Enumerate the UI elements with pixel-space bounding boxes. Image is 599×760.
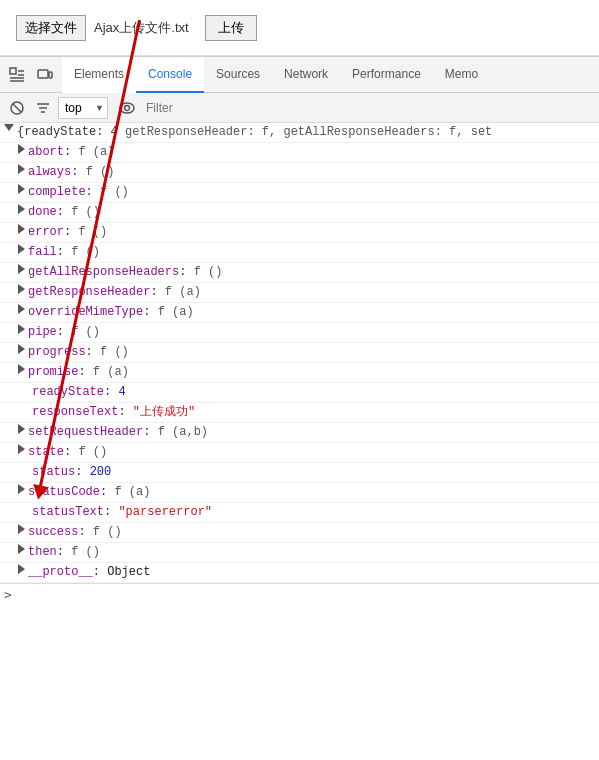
console-text: readyState: 4 [32,384,126,401]
list-item[interactable]: complete: f () [0,183,599,203]
console-text: pipe: f () [28,324,100,341]
svg-rect-5 [38,70,48,78]
expand-icon[interactable] [18,364,25,374]
console-text: progress: f () [28,344,129,361]
console-text: state: f () [28,444,107,461]
expand-icon[interactable] [18,344,25,354]
expand-icon[interactable] [18,264,25,274]
list-item[interactable]: success: f () [0,523,599,543]
console-input[interactable] [16,588,595,602]
expand-icon[interactable] [18,204,25,214]
list-item[interactable]: promise: f (a) [0,363,599,383]
list-item[interactable]: pipe: f () [0,323,599,343]
inspect-icon[interactable] [4,62,30,88]
upload-button[interactable]: 上传 [205,15,257,41]
expand-icon[interactable] [18,304,25,314]
expand-icon[interactable] [18,284,25,294]
device-icon[interactable] [32,62,58,88]
console-text: getAllResponseHeaders: f () [28,264,222,281]
list-item[interactable]: statusCode: f (a) [0,483,599,503]
tab-memory[interactable]: Memo [433,57,490,93]
list-item: readyState: 4 [0,383,599,403]
list-item[interactable]: error: f () [0,223,599,243]
context-selector-wrapper: top ▼ [58,97,108,119]
tab-console[interactable]: Console [136,57,204,93]
tab-network[interactable]: Network [272,57,340,93]
expand-icon[interactable] [18,524,25,534]
expand-icon[interactable] [18,444,25,454]
console-text: always: f () [28,164,114,181]
list-item[interactable]: done: f () [0,203,599,223]
list-item[interactable]: setRequestHeader: f (a,b) [0,423,599,443]
svg-rect-6 [49,72,52,78]
console-text: done: f () [28,204,100,221]
console-text: overrideMimeType: f (a) [28,304,194,321]
console-text: __proto__: Object [28,564,150,581]
tab-performance[interactable]: Performance [340,57,433,93]
list-item[interactable]: overrideMimeType: f (a) [0,303,599,323]
list-item: status: 200 [0,463,599,483]
list-item[interactable]: then: f () [0,543,599,563]
svg-rect-0 [10,68,16,74]
console-text: {readyState: 4 getResponseHeader: f, get… [17,124,492,141]
expand-icon[interactable] [18,564,25,574]
filter-input-wrapper [142,99,593,117]
list-item: statusText: "parsererror" [0,503,599,523]
list-item[interactable]: always: f () [0,163,599,183]
choose-file-button[interactable]: 选择文件 [16,15,86,41]
context-select[interactable]: top [58,97,108,119]
tab-bar: Elements Console Sources Network Perform… [0,57,599,93]
console-text: then: f () [28,544,100,561]
top-area: 选择文件 Ajax上传文件.txt 上传 [0,0,599,56]
filter-input[interactable] [142,99,593,117]
expand-icon[interactable] [18,224,25,234]
console-text: promise: f (a) [28,364,129,381]
console-text: setRequestHeader: f (a,b) [28,424,208,441]
console-text: getResponseHeader: f (a) [28,284,201,301]
clear-console-button[interactable] [6,97,28,119]
list-item[interactable]: __proto__: Object [0,563,599,583]
console-output: {readyState: 4 getResponseHeader: f, get… [0,123,599,760]
expand-icon[interactable] [18,544,25,554]
console-toolbar: top ▼ [0,93,599,123]
console-text: statusText: "parsererror" [32,504,212,521]
no-expand [18,384,32,401]
no-expand [18,404,32,421]
tab-icons [4,62,58,88]
file-name-label: Ajax上传文件.txt [94,19,189,37]
console-text: success: f () [28,524,122,541]
tab-sources[interactable]: Sources [204,57,272,93]
expand-icon[interactable] [18,324,25,334]
expand-icon[interactable] [18,244,25,254]
expand-icon[interactable] [18,184,25,194]
console-prompt[interactable]: > [0,583,599,605]
list-item[interactable]: getAllResponseHeaders: f () [0,263,599,283]
expand-icon[interactable] [18,484,25,494]
console-text: complete: f () [28,184,129,201]
no-expand [18,504,32,521]
list-item: responseText: "上传成功" [0,403,599,423]
prompt-symbol: > [4,587,12,602]
devtools-panel: Elements Console Sources Network Perform… [0,56,599,760]
list-item[interactable]: getResponseHeader: f (a) [0,283,599,303]
list-item[interactable]: {readyState: 4 getResponseHeader: f, get… [0,123,599,143]
console-text: abort: f (a) [28,144,114,161]
list-item[interactable]: state: f () [0,443,599,463]
no-expand [18,464,32,481]
filter-button[interactable] [32,97,54,119]
expand-icon[interactable] [18,144,25,154]
svg-line-8 [13,104,21,112]
expand-icon[interactable] [4,124,14,131]
expand-icon[interactable] [18,164,25,174]
svg-point-13 [125,105,130,110]
expand-icon[interactable] [18,424,25,434]
list-item[interactable]: progress: f () [0,343,599,363]
list-item[interactable]: abort: f (a) [0,143,599,163]
